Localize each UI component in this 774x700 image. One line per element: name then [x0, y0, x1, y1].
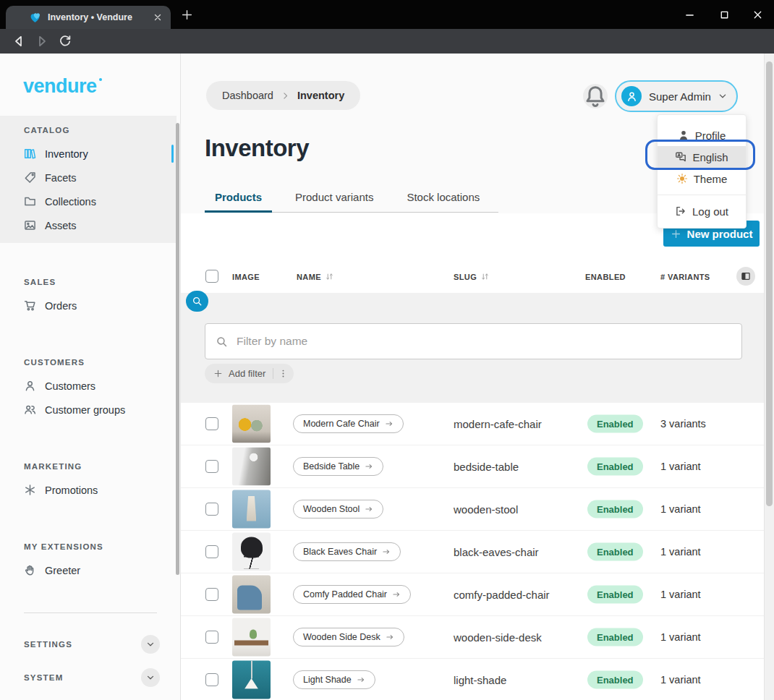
product-slug: wooden-stool	[454, 503, 518, 516]
product-thumbnail	[232, 448, 271, 486]
product-slug: wooden-side-desk	[454, 631, 542, 644]
menu-item-profile[interactable]: Profile	[658, 124, 746, 146]
tab-close-icon[interactable]	[152, 12, 163, 23]
status-badge: Enabled	[587, 543, 643, 561]
product-name-link[interactable]: Comfy Padded Chair	[293, 585, 411, 604]
nav-group-label: MY EXTENSIONS	[0, 538, 177, 558]
add-filter-divider	[273, 368, 273, 379]
tab-product-variants[interactable]: Product variants	[285, 185, 383, 213]
forward-icon[interactable]	[35, 34, 49, 48]
tab-title: Inventory • Vendure	[48, 12, 132, 22]
sidebar-item-customer-groups[interactable]: Customer groups	[0, 398, 177, 422]
menu-item-label: Theme	[694, 173, 728, 185]
product-slug: black-eaves-chair	[454, 546, 539, 558]
product-thumbnail	[232, 405, 271, 443]
user-menu-button[interactable]: Super Admin	[615, 80, 738, 112]
column-header-#-variants: # VARIANTS	[660, 260, 710, 293]
sidebar-item-label: Facets	[45, 172, 77, 184]
select-all-checkbox[interactable]	[205, 270, 218, 283]
variant-count: 1 variant	[660, 631, 701, 643]
page-scrollbar-thumb[interactable]	[766, 61, 773, 506]
bell-icon	[583, 84, 608, 108]
nav-group-catalog: CATALOGInventoryFacetsCollectionsAssets	[0, 116, 177, 243]
sidebar-item-assets[interactable]: Assets	[0, 213, 177, 237]
menu-item-english[interactable]: English	[658, 146, 746, 168]
notifications-button[interactable]	[583, 84, 608, 108]
filter-options-button[interactable]	[275, 366, 291, 382]
tab-bar: ProductsProduct variantsStock locations	[205, 185, 498, 213]
sidebar-item-collections[interactable]: Collections	[0, 189, 177, 213]
new-tab-icon[interactable]	[181, 9, 193, 21]
arrow-right-icon	[386, 633, 394, 641]
menu-item-log-out[interactable]: Log out	[658, 200, 746, 222]
breadcrumb-item-dashboard[interactable]: Dashboard	[222, 90, 273, 101]
window-close-icon[interactable]	[747, 3, 768, 26]
row-checkbox[interactable]	[205, 631, 218, 644]
tab-products[interactable]: Products	[205, 185, 272, 213]
sidebar-scrollbar-thumb[interactable]	[176, 123, 179, 575]
nav-group-customers: CUSTOMERSCustomersCustomer groups	[0, 348, 177, 427]
product-name-link[interactable]: Modern Cafe Chair	[293, 414, 404, 433]
expand-group-button[interactable]	[141, 635, 160, 654]
column-header-name[interactable]: NAME	[297, 260, 334, 293]
product-thumbnail	[232, 490, 271, 529]
row-checkbox[interactable]	[205, 503, 218, 516]
product-name-link[interactable]: Bedside Table	[293, 457, 383, 476]
menu-item-label: Profile	[695, 129, 726, 142]
variant-count: 3 variants	[660, 418, 706, 430]
row-checkbox[interactable]	[205, 588, 218, 601]
product-name-link[interactable]: Wooden Stool	[293, 500, 383, 518]
reload-icon[interactable]	[58, 34, 72, 48]
breadcrumb: Dashboard Inventory	[206, 81, 360, 110]
page-title: Inventory	[205, 135, 309, 162]
logout-icon	[675, 205, 686, 217]
browser-tab[interactable]: Inventory • Vendure	[6, 6, 171, 29]
menu-item-theme[interactable]: Theme	[658, 168, 746, 189]
nav-group-settings[interactable]: SETTINGS	[0, 634, 180, 654]
products-panel: New product IMAGENAMESLUGENABLED# VARIAN…	[181, 213, 764, 700]
breadcrumb-item-inventory[interactable]: Inventory	[297, 90, 344, 101]
sidebar-item-orders[interactable]: Orders	[0, 294, 177, 317]
product-name-link[interactable]: Light Shade	[293, 670, 375, 689]
window-minimize-icon[interactable]	[679, 3, 700, 26]
sidebar-item-inventory[interactable]: Inventory	[0, 142, 177, 166]
nav-group-label: SYSTEM	[24, 673, 64, 682]
search-toggle-button[interactable]	[186, 291, 208, 312]
product-slug: light-shade	[454, 674, 506, 686]
sidebar-item-facets[interactable]: Facets	[0, 166, 177, 189]
status-badge: Enabled	[587, 500, 643, 518]
product-name-link[interactable]: Black Eaves Chair	[293, 542, 401, 561]
sidebar-item-customers[interactable]: Customers	[0, 374, 177, 398]
column-header-slug[interactable]: SLUG	[454, 260, 490, 293]
sidebar-item-label: Assets	[45, 220, 77, 231]
vendure-logo: vendure	[23, 75, 97, 98]
sidebar-item-greeter[interactable]: Greeter	[0, 558, 177, 582]
row-checkbox[interactable]	[205, 417, 218, 430]
product-thumbnail	[232, 533, 271, 571]
column-settings-button[interactable]	[736, 267, 755, 286]
nav-group-system[interactable]: SYSTEM	[0, 667, 180, 688]
nav-group-label: MARKETING	[0, 458, 177, 478]
status-badge: Enabled	[587, 458, 643, 476]
expand-group-button[interactable]	[141, 668, 160, 687]
tag-icon	[24, 171, 36, 184]
search-icon	[216, 336, 228, 348]
product-name-link[interactable]: Wooden Side Desk	[293, 628, 404, 646]
page-scrollbar	[764, 54, 774, 700]
arrow-right-icon	[357, 675, 365, 684]
product-name: Light Shade	[303, 675, 352, 685]
filter-by-name-input[interactable]	[235, 334, 731, 349]
filter-section: Add filter	[181, 293, 764, 403]
table-row: Wooden Stoolwooden-stoolEnabled1 variant	[181, 488, 764, 531]
row-checkbox[interactable]	[205, 673, 218, 686]
sidebar-item-promotions[interactable]: Promotions	[0, 478, 177, 502]
sort-icon	[480, 272, 490, 281]
sidebar-item-label: Customer groups	[45, 404, 125, 416]
status-badge: Enabled	[587, 628, 643, 646]
row-checkbox[interactable]	[205, 460, 218, 473]
add-filter-button[interactable]: Add filter	[205, 364, 294, 383]
window-maximize-icon[interactable]	[713, 3, 735, 26]
back-icon[interactable]	[12, 34, 26, 48]
tab-stock-locations[interactable]: Stock locations	[396, 185, 490, 213]
row-checkbox[interactable]	[205, 545, 218, 558]
